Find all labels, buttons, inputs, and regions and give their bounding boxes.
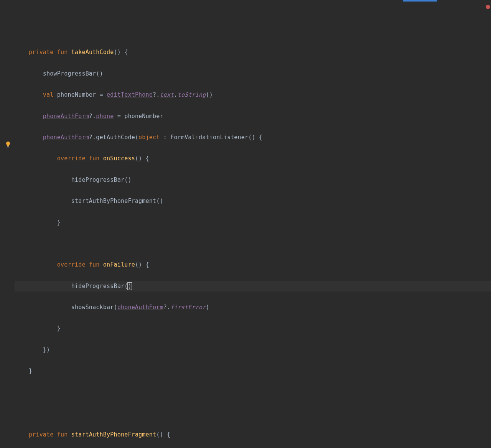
keyword: object: [138, 134, 160, 141]
property: firstError: [170, 304, 206, 311]
identifier: phoneNumber: [124, 113, 163, 120]
function-name: startAuthByPhoneFragment: [71, 431, 157, 438]
keyword: override: [57, 261, 86, 268]
method: toString: [178, 91, 206, 98]
call: startAuthByPhoneFragment(): [71, 198, 163, 204]
code-area[interactable]: private fun takeAuthCode() { showProgres…: [15, 0, 491, 448]
type: FormValidationListener: [170, 134, 248, 141]
keyword: override: [57, 155, 86, 162]
keyword: val: [43, 91, 54, 98]
keyword: private: [29, 49, 54, 56]
property: text: [160, 91, 174, 98]
current-line: hideProgressBar(): [15, 281, 491, 292]
keyword: fun: [89, 155, 100, 162]
svg-rect-1: [7, 146, 9, 147]
svg-rect-2: [7, 147, 9, 147]
call: hideProgressBar(): [71, 176, 132, 183]
keyword: fun: [57, 49, 68, 56]
function-name: onFailure: [103, 261, 135, 268]
caret: ): [128, 283, 131, 290]
call: hideProgressBar(: [71, 283, 128, 290]
keyword: fun: [57, 431, 68, 438]
property: phone: [96, 113, 114, 120]
call: showProgressBar(): [43, 70, 103, 77]
keyword: private: [29, 431, 54, 438]
intention-bulb-icon[interactable]: [5, 142, 11, 148]
function-name: onSuccess: [103, 155, 135, 162]
gutter[interactable]: [0, 0, 15, 448]
identifier: phoneNumber: [57, 91, 96, 98]
call: showSnackbar: [71, 304, 114, 311]
reference: phoneAuthForm: [43, 113, 89, 120]
reference: editTextPhone: [107, 91, 153, 98]
function-name: takeAuthCode: [71, 49, 114, 56]
right-margin-line: [404, 0, 404, 448]
method: getAuthCode: [96, 134, 135, 141]
keyword: fun: [89, 261, 100, 268]
reference: phoneAuthForm: [117, 304, 163, 311]
reference: phoneAuthForm: [43, 134, 89, 141]
editor: private fun takeAuthCode() { showProgres…: [0, 0, 491, 448]
